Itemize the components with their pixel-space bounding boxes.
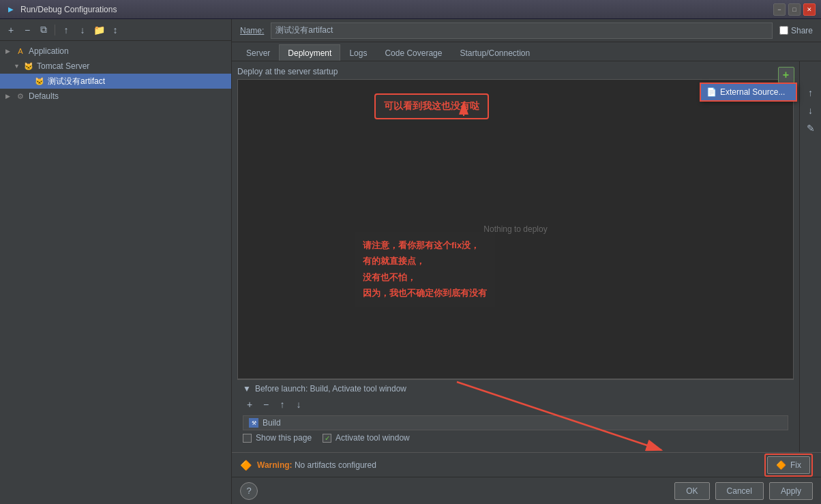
show-page-label: Show this page — [256, 433, 312, 443]
move-up-deployment-button[interactable]: ↑ — [803, 85, 819, 101]
tab-deployment[interactable]: Deployment — [279, 44, 340, 61]
deploy-header-label: Deploy at the server startup — [237, 67, 794, 76]
move-down-button[interactable]: ↓ — [76, 23, 89, 37]
remove-config-button[interactable]: − — [20, 23, 34, 37]
main-container: + − ⧉ ↑ ↓ 📁 ↕ ▶ A Application ▼ 🐱 Tomcat… — [0, 19, 821, 504]
tabs-bar: Server Deployment Logs Code Coverage Sta… — [232, 42, 821, 61]
add-deployment-button[interactable]: + — [778, 67, 794, 83]
fix-button[interactable]: 🔶 Fix — [767, 456, 810, 474]
sort-button[interactable]: ↕ — [108, 23, 122, 37]
title-bar-controls: − □ ✕ — [773, 3, 816, 16]
activate-window-checkbox[interactable]: ✓ — [323, 434, 331, 443]
name-label: Name: — [240, 26, 264, 35]
sidebar-toolbar: + − ⧉ ↑ ↓ 📁 ↕ — [0, 19, 231, 41]
sidebar-tree: ▶ A Application ▼ 🐱 Tomcat Server 🐱 测试没有… — [0, 41, 231, 504]
before-launch-expand-icon: ▼ — [243, 384, 251, 394]
fix-button-container: 🔶 Fix — [764, 454, 813, 477]
title-bar-icon: ▶ — [5, 4, 16, 15]
tree-item-application[interactable]: ▶ A Application — [0, 44, 231, 59]
maximize-button[interactable]: □ — [788, 3, 801, 16]
expand-arrow-application: ▶ — [5, 48, 14, 55]
deployment-panel: Deploy at the server startup Nothing to … — [232, 61, 799, 452]
tab-startup-connection[interactable]: Startup/Connection — [451, 44, 539, 61]
side-buttons: + 📄 External Source... ↑ ↓ ✎ — [799, 61, 821, 452]
build-label: Build — [263, 418, 281, 428]
apply-button[interactable]: Apply — [769, 482, 813, 500]
expand-arrow-defaults: ▶ — [5, 93, 14, 100]
toolbar-separator-1 — [55, 25, 55, 35]
before-launch-add-button[interactable]: + — [243, 398, 256, 411]
name-bar: Name: Share — [232, 19, 821, 42]
title-bar-title: Run/Debug Configurations — [20, 5, 773, 14]
defaults-icon: ⚙ — [15, 91, 26, 102]
minimize-button[interactable]: − — [773, 3, 786, 16]
fix-icon: 🔶 — [776, 460, 786, 470]
add-deployment-container: + 📄 External Source... — [775, 67, 796, 83]
tree-item-artifact[interactable]: 🐱 测试没有artifact — [0, 74, 231, 89]
external-source-menu-item[interactable]: 📄 External Source... — [701, 84, 796, 100]
application-icon: A — [15, 46, 26, 57]
fix-label: Fix — [790, 460, 801, 470]
external-source-icon: 📄 — [706, 87, 716, 97]
share-checkbox[interactable] — [779, 26, 788, 35]
tab-code-coverage[interactable]: Code Coverage — [376, 44, 451, 61]
callout1-text: 可以看到我这也没有哒 — [384, 100, 479, 111]
close-button[interactable]: ✕ — [803, 3, 816, 16]
activate-window-option[interactable]: ✓ Activate tool window — [323, 433, 410, 443]
before-launch-section: ▼ Before launch: Build, Activate tool wi… — [237, 379, 794, 447]
external-source-label: External Source... — [720, 87, 785, 97]
copy-config-button[interactable]: ⧉ — [37, 23, 50, 37]
show-page-option[interactable]: Show this page — [243, 433, 312, 443]
nothing-to-deploy-text: Nothing to deploy — [483, 224, 547, 234]
tab-logs[interactable]: Logs — [340, 44, 376, 61]
sidebar: + − ⧉ ↑ ↓ 📁 ↕ ▶ A Application ▼ 🐱 Tomcat… — [0, 19, 232, 504]
deploy-list-area: Nothing to deploy 可以看到我这也没有哒 — [237, 79, 794, 379]
help-icon: ? — [246, 486, 251, 496]
before-launch-label: Before launch: Build, Activate tool wind… — [255, 384, 406, 394]
artifact-label: 测试没有artifact — [48, 76, 105, 87]
warning-bold: Warning: — [257, 460, 293, 470]
name-input[interactable] — [271, 23, 773, 39]
move-down-deployment-button[interactable]: ↓ — [803, 102, 819, 119]
title-bar: ▶ Run/Debug Configurations − □ ✕ — [0, 0, 821, 19]
callout-box-1: 可以看到我这也没有哒 — [374, 93, 489, 119]
before-launch-remove-button[interactable]: − — [259, 398, 273, 411]
tomcat-label: Tomcat Server — [37, 61, 89, 71]
share-option: Share — [779, 26, 813, 35]
cancel-button[interactable]: Cancel — [715, 482, 764, 500]
before-launch-movedown-button[interactable]: ↓ — [292, 398, 305, 411]
show-page-checkbox[interactable] — [243, 434, 252, 443]
tab-server[interactable]: Server — [237, 44, 279, 61]
warning-icon: 🔶 — [240, 460, 252, 471]
activate-window-label: Activate tool window — [335, 433, 410, 443]
before-launch-header: ▼ Before launch: Build, Activate tool wi… — [243, 384, 788, 394]
expand-arrow-tomcat: ▼ — [14, 63, 22, 70]
before-launch-moveup-button[interactable]: ↑ — [275, 398, 289, 411]
application-label: Application — [29, 46, 69, 56]
build-icon: ⚒ — [249, 418, 258, 428]
share-label: Share — [791, 26, 813, 35]
warning-detail: No artifacts configured — [295, 460, 376, 470]
right-panel: Name: Share Server Deployment Logs Code … — [232, 19, 821, 504]
before-launch-toolbar: + − ↑ ↓ — [243, 398, 788, 411]
move-up-button[interactable]: ↑ — [59, 23, 73, 37]
ok-button[interactable]: OK — [674, 482, 709, 500]
tomcat-icon: 🐱 — [23, 61, 34, 72]
warning-text: Warning: No artifacts configured — [257, 460, 759, 470]
deployment-popup-menu: 📄 External Source... — [700, 83, 796, 101]
help-button[interactable]: ? — [240, 482, 258, 500]
add-config-button[interactable]: + — [4, 23, 18, 37]
before-launch-build-item[interactable]: ⚒ Build — [243, 415, 788, 430]
edit-deployment-button[interactable]: ✎ — [803, 120, 819, 136]
artifact-icon: 🐱 — [34, 76, 45, 87]
options-row: Show this page ✓ Activate tool window — [243, 433, 788, 443]
tree-item-tomcat[interactable]: ▼ 🐱 Tomcat Server — [0, 59, 231, 74]
bottom-bar: ? OK Cancel Apply — [232, 477, 821, 504]
tree-item-defaults[interactable]: ▶ ⚙ Defaults — [0, 89, 231, 104]
folder-button[interactable]: 📁 — [92, 23, 106, 37]
defaults-label: Defaults — [29, 91, 59, 101]
warning-bar: 🔶 Warning: No artifacts configured 🔶 Fix — [232, 452, 821, 477]
content-area: Deploy at the server startup Nothing to … — [232, 61, 821, 452]
